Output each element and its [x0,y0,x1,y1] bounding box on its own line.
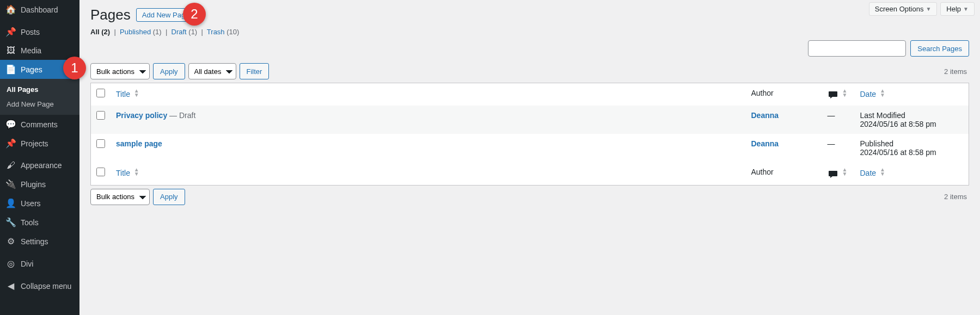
pages-table: Title ▲▼ Author ▲▼ Date ▲▼ Privacy polic… [90,83,969,186]
collapse-icon: ◀ [5,281,16,291]
search-input[interactable] [808,40,906,57]
search-pages-button[interactable]: Search Pages [910,40,969,57]
col-date-label: Date [860,169,877,177]
apply-button-bottom[interactable]: Apply [153,189,185,205]
bulk-actions-select-bottom[interactable]: Bulk actions [90,189,150,205]
sidebar-subitem-add-new-page[interactable]: Add New Page [0,97,79,112]
top-right-buttons: Screen Options ▼ Help ▼ [869,2,975,16]
appearance-icon: 🖌 [5,160,16,170]
sidebar-item-settings[interactable]: ⚙ Settings [0,232,79,251]
filter-draft[interactable]: Draft (1) [171,28,199,36]
items-count-top: 2 items [944,67,969,76]
sidebar-item-label: Users [21,199,41,208]
row-checkbox[interactable] [96,139,105,148]
row-checkbox[interactable] [96,111,105,120]
filter-draft-label: Draft [171,28,187,36]
date-line1: Last Modified [860,111,905,120]
chevron-down-icon: ▼ [963,6,969,12]
sidebar-item-collapse[interactable]: ◀ Collapse menu [0,276,79,295]
col-date-top[interactable]: Date ▲▼ [855,83,969,106]
sidebar-item-appearance[interactable]: 🖌 Appearance [0,156,79,175]
col-comments-top[interactable]: ▲▼ [822,83,855,106]
posts-icon: 📌 [5,27,16,37]
date-cell: Last Modified 2024/05/16 at 8:58 pm [855,106,969,134]
settings-icon: ⚙ [5,236,16,246]
col-comments-bottom[interactable]: ▲▼ [822,162,855,185]
date-line2: 2024/05/16 at 8:58 pm [860,148,936,157]
divi-icon: ◎ [5,258,16,269]
separator: | [201,28,203,36]
separator: | [114,28,115,36]
sidebar-subitem-all-pages[interactable]: All Pages [0,82,79,97]
step-badge-1: 1 [63,57,86,79]
bulk-actions-select-top[interactable]: Bulk actions [90,63,150,79]
sidebar-item-label: Pages [21,65,42,74]
comments-cell: — [822,134,855,162]
sidebar-item-label: Divi [21,260,33,268]
sidebar-item-label: Posts [21,28,40,36]
sort-icon: ▲▼ [842,89,847,97]
sidebar-item-projects[interactable]: 📌 Projects [0,134,79,153]
comments-icon: 💬 [5,119,16,129]
separator: | [166,28,167,36]
comment-icon [828,89,838,100]
sidebar-item-plugins[interactable]: 🔌 Plugins [0,175,79,194]
sidebar-item-label: Settings [21,237,48,246]
date-cell: Published 2024/05/16 at 8:58 pm [855,134,969,162]
col-author-bottom: Author [746,162,822,185]
sidebar-item-divi[interactable]: ◎ Divi [0,254,79,273]
select-all-checkbox-top[interactable] [96,89,105,97]
apply-button-top[interactable]: Apply [153,63,185,79]
author-link[interactable]: Deanna [751,111,779,120]
plugins-icon: 🔌 [5,179,16,189]
filter-published-count: (1) [153,28,162,36]
filter-published[interactable]: Published (1) [120,28,163,36]
page-title-link[interactable]: sample page [116,139,162,148]
sidebar-item-label: Collapse menu [21,282,71,291]
col-title-bottom[interactable]: Title ▲▼ [111,162,746,185]
sidebar-item-posts[interactable]: 📌 Posts [0,22,79,41]
sort-icon: ▲▼ [880,89,885,97]
screen-options-button[interactable]: Screen Options ▼ [869,2,938,16]
filter-all[interactable]: All (2) [90,28,112,36]
page-title: Pages [90,7,131,23]
sort-icon: ▲▼ [134,89,139,97]
filter-button[interactable]: Filter [240,63,270,79]
sidebar-item-label: Appearance [21,161,62,170]
sidebar-item-dashboard[interactable]: 🏠 Dashboard [0,0,79,19]
col-title-label: Title [116,169,130,177]
step-badge-2: 2 [183,3,206,26]
filter-all-count: (2) [101,28,110,36]
status-filters: All (2) | Published (1) | Draft (1) | Tr… [79,28,980,40]
filter-trash-label: Trash [207,28,225,36]
comments-cell: — [822,106,855,134]
sidebar-item-label: Tools [21,218,39,227]
author-link[interactable]: Deanna [751,139,779,148]
date-filter-select[interactable]: All dates [188,63,236,79]
page-title-link[interactable]: Privacy policy [116,111,167,120]
sort-icon: ▲▼ [842,168,847,176]
chevron-down-icon: ▼ [926,6,931,12]
sidebar-item-tools[interactable]: 🔧 Tools [0,213,79,232]
sidebar-item-label: Projects [21,139,48,148]
col-date-bottom[interactable]: Date ▲▼ [855,162,969,185]
sidebar-item-label: Plugins [21,180,46,189]
filter-all-label: All [90,28,100,36]
sidebar-item-users[interactable]: 👤 Users [0,194,79,213]
comment-icon [828,169,838,180]
select-all-checkbox-bottom[interactable] [96,168,105,176]
sidebar-item-label: Comments [21,120,58,129]
col-date-label: Date [860,90,877,98]
help-button[interactable]: Help ▼ [940,2,975,16]
tools-icon: 🔧 [5,217,16,227]
users-icon: 👤 [5,198,16,208]
col-author-top: Author [746,83,822,106]
col-title-top[interactable]: Title ▲▼ [111,83,746,106]
sort-icon: ▲▼ [880,168,885,176]
sidebar-item-comments[interactable]: 💬 Comments [0,115,79,134]
filter-trash[interactable]: Trash (10) [207,28,240,36]
items-count-bottom: 2 items [944,193,969,201]
sidebar-item-media[interactable]: 🖼 Media [0,41,79,60]
projects-icon: 📌 [5,138,16,149]
sidebar-item-label: Media [21,46,41,55]
